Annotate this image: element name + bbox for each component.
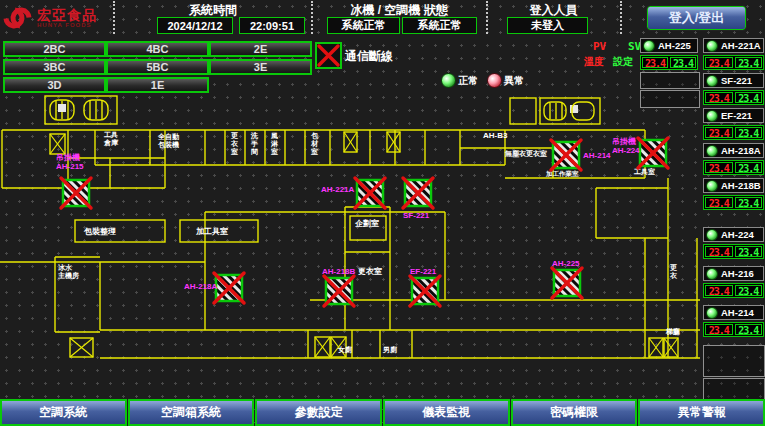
map-room-box (510, 98, 536, 124)
abnormal-led-icon (487, 73, 502, 88)
shaft-x-icon (344, 132, 357, 152)
unit-value-row: 23.423.4 (703, 283, 764, 298)
map-walls (2, 130, 645, 188)
pv-sub-label: 溫度 (584, 55, 604, 69)
floor-button-3bc[interactable]: 3BC (3, 59, 106, 75)
header-separator (486, 1, 488, 34)
device-icon-AH-215[interactable]: 吊掛機AH-215 (56, 153, 91, 208)
unit-status-led (706, 40, 718, 52)
unit-AH-218A[interactable]: AH-218A (703, 143, 764, 158)
nav-button-5[interactable]: 密碼權限 (511, 399, 638, 426)
login-logout-button[interactable]: 登入/登出 (647, 6, 746, 30)
nav-button-6[interactable]: 異常警報 (638, 399, 765, 426)
unit-AH-218B[interactable]: AH-218B (703, 178, 764, 193)
unit-name-label: AH-214 (721, 307, 754, 318)
unit-EF-221[interactable]: EF-221 (703, 108, 764, 123)
unit-pv-value: 23.4 (705, 57, 733, 68)
unit-pv-value: 23.4 (705, 285, 733, 296)
header-separator (113, 1, 115, 34)
header-separator (620, 1, 622, 34)
unit-AH-214[interactable]: AH-214 (703, 305, 764, 320)
unit-value-row: 23.423.4 (703, 322, 764, 337)
device-label: AH-214 (583, 151, 611, 160)
unit-sv-value: 23.4 (735, 127, 763, 138)
unit-status-led (706, 268, 718, 280)
floor-button-1e[interactable]: 1E (106, 77, 209, 93)
shaft-x-icon (387, 132, 400, 152)
room-label: AH-B3 (483, 131, 508, 140)
unit-name-label: AH-224 (721, 229, 754, 240)
nav-button-4[interactable]: 儀表監視 (383, 399, 510, 426)
unit-value-row: 23.423.4 (703, 90, 764, 105)
unit-status-led (706, 229, 718, 241)
header-separator (311, 1, 313, 34)
device-icon-AH-225[interactable]: AH-225 (552, 259, 582, 298)
login-user-value: 未登入 (507, 17, 588, 34)
pv-column-label: PV (593, 40, 606, 53)
device-icon-AH-218A[interactable]: AH-218A (184, 273, 244, 303)
device-icon-AH-214[interactable]: AH-214 (551, 140, 611, 170)
nav-button-2[interactable]: 空調箱系統 (128, 399, 255, 426)
normal-label: 正常 (458, 74, 478, 88)
empty-unit-slot (703, 345, 765, 377)
unit-status-led (643, 40, 655, 52)
comm-lost-label: 通信斷線 (345, 48, 393, 65)
unit-status-led (706, 307, 718, 319)
device-icon-AH-224[interactable]: 吊掛機AH-224 (612, 137, 668, 168)
unit-AH-216[interactable]: AH-216 (703, 266, 764, 281)
unit-AH-221A[interactable]: AH-221A (703, 38, 764, 53)
nav-button-1[interactable]: 空調系統 (0, 399, 127, 426)
unit-sv-value: 23.4 (670, 57, 696, 68)
unit-sv-value: 23.4 (735, 285, 763, 296)
unit-pv-value: 23.4 (705, 324, 733, 335)
unit-name-label: AH-216 (721, 268, 754, 279)
device-icon-SF-221[interactable]: SF-221 (403, 178, 433, 220)
floor-button-5bc[interactable]: 5BC (106, 59, 209, 75)
device-label: AH-218A (184, 282, 218, 291)
unit-name-label: EF-221 (721, 110, 752, 121)
unit-SF-221[interactable]: SF-221 (703, 73, 764, 88)
unit-status-led (706, 110, 718, 122)
abnormal-label: 異常 (504, 74, 524, 88)
room-label: 梯廳 (665, 327, 680, 336)
unit-pv-value: 23.4 (705, 92, 733, 103)
unit-value-row: 23.423.4 (703, 160, 764, 175)
unit-sv-value: 23.4 (735, 324, 763, 335)
device-icon-EF-221[interactable]: EF-221 (410, 267, 440, 306)
nav-button-3[interactable]: 參數設定 (255, 399, 382, 426)
device-label: 吊掛機AH-224 (612, 137, 640, 155)
shaft-x-icon (50, 134, 65, 154)
brand-logo: 宏亞食品 HUNYA FOODS (2, 3, 97, 33)
floor-button-3d[interactable]: 3D (3, 77, 106, 93)
header-bar: 宏亞食品 HUNYA FOODS 系統時間 2024/12/12 22:09:5… (0, 0, 765, 38)
stairs-icon (45, 96, 117, 124)
unit-value-row: 23.423.4 (703, 125, 764, 140)
floor-button-2e[interactable]: 2E (209, 41, 312, 57)
floor-button-4bc[interactable]: 4BC (106, 41, 209, 57)
floor-button-3e[interactable]: 3E (209, 59, 312, 75)
room-label: 更衣室 (230, 132, 239, 155)
device-icon-AH-218B[interactable]: AH-218B (322, 267, 356, 306)
unit-pv-value: 23.4 (705, 197, 733, 208)
empty-unit-slot (640, 90, 700, 108)
floor-plan-map: 工具倉庫全自動包裝機更衣室洗手間風淋室包材室AH-B3無塵衣更衣室加工作業室工具… (0, 92, 700, 398)
unit-AH-224[interactable]: AH-224 (703, 227, 764, 242)
room-label: 全自動包裝機 (157, 133, 179, 149)
device-icon-AH-221A[interactable]: AH-221A (321, 178, 385, 208)
unit-sv-value: 23.4 (735, 162, 763, 173)
hmi-screen: { "header": { "brand": {"name": "宏亞食品", … (0, 0, 765, 426)
floor-button-2bc[interactable]: 2BC (3, 41, 106, 57)
map-walls (95, 130, 505, 165)
unit-AH-225[interactable]: AH-225 (640, 38, 698, 53)
brand-name: 宏亞食品 (37, 8, 97, 22)
room-label: 企劃室 (354, 218, 379, 228)
room-label: 更衣室 (358, 266, 382, 276)
room-label: 包材室 (310, 132, 319, 155)
sv-sub-label: 設定 (613, 55, 633, 69)
brand-subtitle: HUNYA FOODS (37, 22, 97, 28)
unit-pv-value: 23.4 (642, 57, 668, 68)
ac-status-value: 系統正常 (402, 17, 477, 34)
room-label: 加工具室 (195, 226, 228, 236)
unit-sv-value: 23.4 (735, 197, 763, 208)
unit-pv-value: 23.4 (705, 246, 733, 257)
